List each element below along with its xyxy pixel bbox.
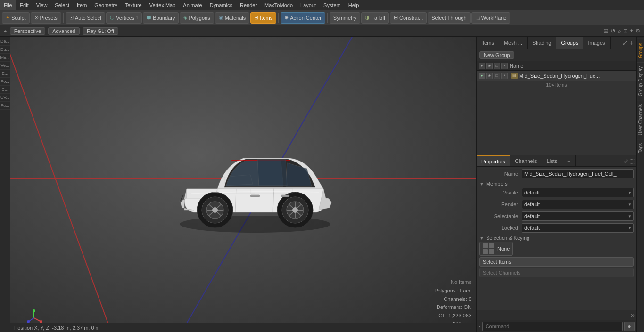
workplane-button[interactable]: ⬚ WorkPlane [471, 12, 511, 24]
sidebar-item-1[interactable]: Du... [0, 46, 10, 54]
col-render-btn[interactable]: ◈ [486, 63, 493, 69]
falloff-button[interactable]: ◑ Falloff [361, 12, 389, 24]
prop-render-select[interactable]: default [522, 200, 634, 209]
none-button[interactable]: None [479, 242, 513, 256]
props-tab-lists[interactable]: Lists [542, 155, 563, 166]
menu-maxtomodo[interactable]: MaxToModo [261, 0, 297, 10]
keying-section-header[interactable]: ▼ Selection & Keying [479, 235, 634, 241]
props-tab-channels[interactable]: Channels [510, 155, 542, 166]
members-section-header[interactable]: ▼ Members [479, 181, 634, 186]
sidebar-item-3[interactable]: Ve... [0, 62, 10, 70]
prop-visible-row: Visible default ▼ [479, 187, 634, 198]
tab-groups[interactable]: Groups [556, 37, 583, 49]
menu-texture[interactable]: Texture [121, 0, 146, 10]
props-tab-properties[interactable]: Properties [477, 155, 510, 166]
row-render-btn[interactable]: ◈ [486, 73, 493, 79]
viewport-icon-3[interactable]: ⌕ [618, 27, 621, 34]
boundary-button[interactable]: ⬢ Boundary [143, 12, 179, 24]
row-expand-btn[interactable]: + [501, 73, 508, 79]
prop-locked-wrap: default ▼ [522, 223, 634, 233]
col-lock-btn[interactable]: □ [494, 63, 500, 69]
materials-button[interactable]: ◉ Materials [215, 12, 250, 24]
props-expand-btn[interactable]: ⤢ [624, 158, 628, 164]
viewport-icon-2[interactable]: ↺ [611, 27, 616, 34]
sidebar-item-7[interactable]: UV... [0, 94, 10, 102]
menu-help[interactable]: Help [345, 0, 363, 10]
command-input[interactable] [482, 322, 623, 331]
left-sidebar: De... Du... Me... Ve... E... Po... C... … [0, 37, 10, 332]
col-eye-btn[interactable]: ● [479, 63, 485, 69]
toolbar-separator-1 [63, 13, 64, 23]
viewport-icon-6[interactable]: ⚙ [636, 28, 640, 34]
command-exec-button[interactable]: ● [624, 322, 635, 331]
prop-locked-select[interactable]: default [522, 223, 634, 233]
sidebar-item-0[interactable]: De... [0, 38, 10, 46]
sidebar-item-5[interactable]: Po... [0, 78, 10, 86]
position-text: Position X, Y, Z: -3.18 m, 2.37 m, 0 m [14, 325, 100, 331]
props-tab-add[interactable]: + [562, 155, 575, 166]
new-group-button[interactable]: New Group [479, 51, 514, 59]
sidebar-item-2[interactable]: Me... [0, 54, 10, 62]
row-lock-btn[interactable]: □ [494, 73, 500, 79]
menu-render[interactable]: Render [236, 0, 261, 10]
prop-render-wrap: default ▼ [522, 200, 634, 209]
prop-name-input[interactable] [522, 169, 634, 178]
group-row[interactable]: ● ◈ □ + ▤ Mid_Size_Sedan_Hydrogen_Fue... [477, 71, 636, 81]
vtab-groups[interactable]: Groups [637, 39, 644, 62]
panel-tab-add[interactable]: ⤢ + [619, 37, 636, 49]
select-channels-button[interactable]: Select Channels [479, 268, 634, 277]
menu-item[interactable]: Item [73, 0, 91, 10]
select-items-button[interactable]: Select Items [479, 257, 634, 267]
menu-system[interactable]: System [320, 0, 345, 10]
menu-vertexmap[interactable]: Vertex Map [146, 0, 180, 10]
status-overlay: No Items Polygons : Face Channels: 0 Def… [434, 278, 471, 328]
row-eye-btn[interactable]: ● [479, 73, 485, 79]
vertices-icon: ⬡ [110, 15, 115, 21]
autoselect-button[interactable]: ⊡ Auto Select [66, 12, 105, 24]
symmetry-button[interactable]: Symmetry [330, 12, 361, 24]
polygons-button[interactable]: ◈ Polygons [180, 12, 214, 24]
menu-animate[interactable]: Animate [179, 0, 206, 10]
vtab-tags[interactable]: Tags [637, 139, 644, 157]
constraints-button[interactable]: ⊟ Constrai... [390, 12, 427, 24]
items-button[interactable]: ⊞ Items [250, 12, 276, 24]
viewport-advanced[interactable]: Advanced [48, 27, 80, 35]
menu-view[interactable]: View [33, 0, 51, 10]
menu-dynamics[interactable]: Dynamics [206, 0, 236, 10]
menu-layout[interactable]: Layout [297, 0, 320, 10]
vtab-group-display[interactable]: Group Display [637, 62, 644, 100]
vtab-user-channels[interactable]: User Channels [637, 100, 644, 139]
viewport-raygl[interactable]: Ray GL: Off [83, 27, 118, 35]
menu-bar: File Edit View Select Item Geometry Text… [0, 0, 644, 10]
menu-geometry[interactable]: Geometry [91, 0, 121, 10]
tab-images[interactable]: Images [583, 37, 610, 49]
props-float-btn[interactable]: ⬚ [629, 158, 635, 164]
vertices-button[interactable]: ⬡ Vertices 1 [106, 12, 142, 24]
tab-shading[interactable]: Shading [528, 37, 556, 49]
prop-selectable-select[interactable]: default [522, 211, 634, 221]
sidebar-item-8[interactable]: Fu... [0, 102, 10, 110]
viewport-icon-5[interactable]: ✦ [629, 28, 634, 34]
toolbar-separator-3 [327, 13, 328, 23]
sidebar-item-6[interactable]: C... [0, 86, 10, 94]
workplane-icon: ⬚ [475, 15, 480, 21]
tab-mesh[interactable]: Mesh ... [499, 37, 528, 49]
viewport[interactable]: No Items Polygons : Face Channels: 0 Def… [10, 37, 476, 332]
double-chevron-icon[interactable]: » [631, 311, 635, 319]
viewport-icon-1[interactable]: ⊞ [603, 27, 609, 34]
presets-button[interactable]: ⊙ Presets [31, 12, 61, 24]
col-expand-btn[interactable]: + [501, 63, 508, 69]
sculpt-button[interactable]: ✦ Sculpt [2, 12, 30, 24]
menu-file[interactable]: File [0, 0, 16, 10]
sidebar-item-4[interactable]: E... [0, 70, 10, 78]
select-through-button[interactable]: Select Through [428, 12, 470, 24]
viewport-icon-4[interactable]: ⊡ [623, 28, 627, 34]
tab-items[interactable]: Items [477, 37, 499, 49]
viewport-mode[interactable]: Perspective [10, 27, 45, 35]
action-center-button[interactable]: ⊕ Action Center [281, 12, 325, 24]
menu-select[interactable]: Select [51, 0, 73, 10]
prop-visible-select[interactable]: default [522, 188, 634, 197]
prop-render-row: Render default ▼ [479, 199, 634, 210]
toolbar-separator-2 [278, 13, 279, 23]
menu-edit[interactable]: Edit [16, 0, 33, 10]
